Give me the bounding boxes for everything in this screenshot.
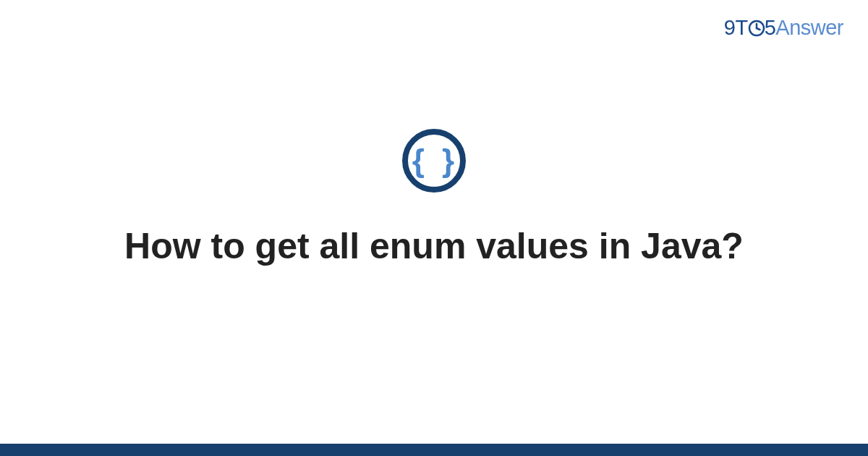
question-title: How to get all enum values in Java?: [124, 223, 744, 270]
main-content: { } How to get all enum values in Java?: [0, 0, 868, 456]
braces-icon: { }: [409, 145, 459, 177]
topic-icon-circle: { }: [402, 129, 466, 193]
footer-bar: [0, 444, 868, 456]
